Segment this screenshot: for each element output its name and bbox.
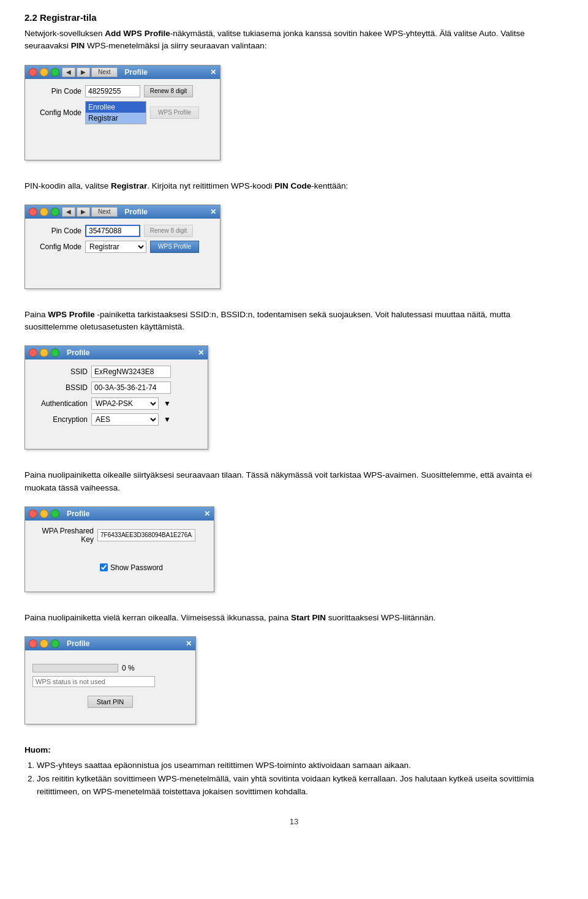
show-password-row: Show Password: [32, 563, 206, 572]
note-list: WPS-yhteys saattaa epäonnistua jos useam…: [24, 759, 564, 799]
dialog-4-spacer2: [32, 572, 206, 584]
config-mode-dropdown-1[interactable]: Enrollee Registrar: [85, 101, 146, 124]
dialog-1: ◀ ▶ Next Profile ✕ Pin Code Renew 8 digi…: [24, 65, 221, 160]
dialog-1-body: Pin Code Renew 8 digit Config Mode Enrol…: [25, 79, 220, 160]
registrar-option[interactable]: Registrar: [86, 113, 146, 124]
maximize-btn-2[interactable]: [51, 208, 59, 216]
show-password-checkbox[interactable]: [100, 563, 108, 571]
maximize-btn-4[interactable]: [51, 510, 59, 518]
minimize-btn-1[interactable]: [40, 68, 48, 77]
dialog-2-close-x[interactable]: ✕: [210, 208, 216, 216]
dialog-1-close-x[interactable]: ✕: [210, 68, 216, 77]
auth-label: Authentication: [32, 399, 88, 408]
wpa-key-label: WPA Preshared Key: [32, 527, 94, 544]
bssid-label: BSSID: [32, 383, 88, 392]
dialog-4-titlebar: Profile ✕: [25, 507, 214, 521]
dialog-3-title: Profile: [67, 348, 89, 357]
enrollee-option[interactable]: Enrollee: [86, 102, 146, 113]
wps-profile-btn-1[interactable]: WPS Profile: [150, 107, 199, 119]
minimize-btn-2[interactable]: [40, 208, 48, 216]
dialog-2-body: Pin Code Renew 8 digit Config Mode Regis…: [25, 219, 220, 288]
status-row: [32, 676, 188, 687]
ssid-input[interactable]: [91, 366, 171, 378]
maximize-btn-3[interactable]: [51, 348, 59, 357]
start-pin-container: Start PIN: [32, 692, 188, 708]
dialog-1-title: Profile: [125, 68, 148, 77]
renew-btn-1[interactable]: Renew 8 digit: [144, 85, 193, 97]
progress-container: 0 %: [32, 664, 188, 672]
maximize-btn-1[interactable]: [51, 68, 59, 77]
dialog-4-close-x[interactable]: ✕: [204, 510, 210, 518]
forward-btn-1[interactable]: ▶: [77, 67, 90, 77]
dialog-4-spacer: [32, 547, 206, 560]
close-btn-3[interactable]: [29, 348, 37, 357]
close-btn-2[interactable]: [29, 208, 37, 216]
dialog-1-spacer: [32, 128, 213, 152]
note-item-2: Jos reititin kytketään sovittimeen WPS-m…: [37, 772, 564, 799]
page-number: 13: [24, 817, 564, 826]
auth-select[interactable]: WPA2-PSK: [91, 397, 159, 410]
config-mode-select-2[interactable]: Registrar: [85, 241, 146, 253]
bssid-input[interactable]: [91, 382, 171, 394]
minimize-btn-3[interactable]: [40, 348, 48, 357]
paragraph-4: Paina nuolipainiketta oikealle siirtyäks…: [24, 469, 564, 494]
dialog-5: Profile ✕ 0 % Start PIN: [24, 636, 196, 724]
dialog-5-body: 0 % Start PIN: [25, 650, 195, 724]
dialog-1-titlebar: ◀ ▶ Next Profile ✕: [25, 66, 220, 79]
pin-code-label-2: Pin Code: [32, 227, 81, 235]
dialog-2: ◀ ▶ Next Profile ✕ Pin Code Renew 8 digi…: [24, 205, 221, 289]
paragraph-3: Paina WPS Profile -painiketta tarkistaak…: [24, 309, 564, 334]
config-mode-row-2: Config Mode Registrar WPS Profile: [32, 241, 213, 253]
enc-select[interactable]: AES: [91, 413, 159, 426]
note-section: Huom: WPS-yhteys saattaa epäonnistua jos…: [24, 744, 564, 799]
close-btn-5[interactable]: [29, 639, 37, 648]
wpa-key-row: WPA Preshared Key: [32, 527, 206, 544]
progress-pct-label: 0 %: [122, 664, 135, 672]
dialog-3-spacer: [32, 429, 200, 442]
close-btn-1[interactable]: [29, 68, 37, 77]
close-btn-4[interactable]: [29, 510, 37, 518]
config-mode-row-1: Config Mode Enrollee Registrar WPS Profi…: [32, 101, 213, 124]
note-item-1: WPS-yhteys saattaa epäonnistua jos useam…: [37, 759, 564, 772]
pin-code-label-1: Pin Code: [32, 87, 81, 96]
renew-btn-2[interactable]: Renew 8 digit: [144, 225, 193, 237]
show-password-label: Show Password: [110, 563, 163, 572]
ssid-row: SSID: [32, 366, 200, 378]
dialog-3: Profile ✕ SSID BSSID Authentication WPA2…: [24, 345, 208, 450]
pin-code-row-2: Pin Code Renew 8 digit: [32, 225, 213, 237]
section-heading: 2.2 Registrar-tila: [24, 12, 564, 23]
dialog-4: Profile ✕ WPA Preshared Key Show Passwor…: [24, 506, 214, 592]
next-btn-2[interactable]: Next: [91, 207, 118, 217]
enc-row: Encryption AES ▼: [32, 413, 200, 426]
minimize-btn-5[interactable]: [40, 639, 48, 648]
dialog-4-body: WPA Preshared Key Show Password: [25, 521, 214, 592]
forward-btn-2[interactable]: ▶: [77, 207, 90, 217]
progress-bar: [32, 664, 118, 672]
dialog-2-title: Profile: [125, 208, 148, 216]
pin-code-input-2[interactable]: [85, 225, 140, 237]
dialog-5-title: Profile: [67, 639, 89, 648]
maximize-btn-5[interactable]: [51, 639, 59, 648]
next-btn-1[interactable]: Next: [91, 67, 118, 77]
dialog-5-bottom-spacer: [32, 708, 188, 717]
minimize-btn-4[interactable]: [40, 510, 48, 518]
dialog-5-close-x[interactable]: ✕: [186, 639, 192, 648]
wpa-key-input[interactable]: [97, 529, 195, 541]
dialog-3-body: SSID BSSID Authentication WPA2-PSK ▼ Enc…: [25, 359, 208, 449]
back-btn-1[interactable]: ◀: [62, 67, 75, 77]
dialog-5-titlebar: Profile ✕: [25, 637, 195, 650]
enc-label: Encryption: [32, 415, 88, 424]
start-pin-button[interactable]: Start PIN: [88, 696, 134, 708]
back-btn-2[interactable]: ◀: [62, 207, 75, 217]
dialog-3-titlebar: Profile ✕: [25, 346, 208, 359]
status-input: [32, 676, 155, 687]
dialog-3-close-x[interactable]: ✕: [198, 348, 204, 357]
paragraph-2: PIN-koodin alla, valitse Registrar. Kirj…: [24, 180, 564, 192]
pin-code-row-1: Pin Code Renew 8 digit: [32, 85, 213, 97]
wps-profile-btn-2[interactable]: WPS Profile: [150, 241, 199, 253]
pin-code-input-1[interactable]: [85, 85, 140, 97]
dialog-2-spacer: [32, 257, 213, 281]
paragraph-5: Paina nuolipainiketta vielä kerran oikea…: [24, 612, 564, 624]
auth-row: Authentication WPA2-PSK ▼: [32, 397, 200, 410]
config-mode-label-1: Config Mode: [32, 108, 81, 117]
